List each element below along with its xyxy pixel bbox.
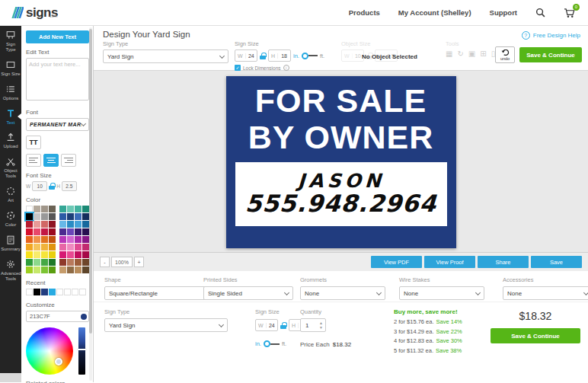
order-width-input[interactable]: W24 bbox=[255, 319, 278, 331]
sign-contact-box[interactable]: JASON 555.948.2964 bbox=[235, 162, 447, 226]
color-swatch[interactable] bbox=[34, 244, 40, 251]
color-swatch[interactable] bbox=[49, 236, 56, 243]
color-swatch[interactable] bbox=[41, 236, 48, 243]
recent-color-swatch[interactable] bbox=[56, 289, 63, 295]
color-swatch[interactable] bbox=[26, 228, 33, 235]
color-swatch[interactable] bbox=[49, 213, 56, 220]
color-swatch[interactable] bbox=[82, 236, 89, 243]
sign-phone-text[interactable]: 555.948.2964 bbox=[244, 190, 437, 218]
order-sign-type-select[interactable]: Yard Sign bbox=[104, 318, 228, 332]
color-swatch[interactable] bbox=[82, 251, 89, 258]
search-button[interactable] bbox=[535, 8, 545, 18]
color-swatch[interactable] bbox=[26, 206, 33, 212]
color-swatch[interactable] bbox=[49, 244, 56, 251]
color-swatch[interactable] bbox=[67, 228, 74, 235]
recent-color-swatch[interactable] bbox=[34, 289, 40, 295]
color-swatch[interactable] bbox=[82, 259, 89, 266]
sidebar-item-sign-type[interactable]: Sign Type bbox=[0, 26, 21, 56]
color-swatch[interactable] bbox=[59, 267, 66, 273]
option-select[interactable]: None bbox=[503, 286, 588, 300]
color-swatch[interactable] bbox=[67, 244, 74, 251]
color-swatch[interactable] bbox=[26, 221, 33, 228]
color-swatch[interactable] bbox=[41, 259, 48, 266]
color-swatch[interactable] bbox=[59, 213, 66, 220]
lightness-slider-handle[interactable] bbox=[78, 349, 86, 350]
color-swatch[interactable] bbox=[34, 213, 40, 220]
color-swatch[interactable] bbox=[82, 213, 89, 220]
align-right-button[interactable] bbox=[61, 154, 76, 167]
lock-dimensions-checkbox[interactable]: ✓ bbox=[235, 65, 241, 71]
color-swatch[interactable] bbox=[75, 244, 81, 251]
color-swatch[interactable] bbox=[49, 206, 56, 212]
color-swatch[interactable] bbox=[41, 267, 48, 273]
sidebar-item-advanced-tools[interactable]: Advanced Tools bbox=[0, 255, 21, 285]
color-swatch[interactable] bbox=[59, 221, 66, 228]
zoom-out-button[interactable]: - bbox=[100, 257, 110, 267]
recent-color-swatch[interactable] bbox=[64, 289, 71, 295]
recent-color-swatch[interactable] bbox=[26, 289, 33, 295]
save-continue-button-bottom[interactable]: Save & Continue bbox=[491, 328, 580, 343]
color-swatch[interactable] bbox=[67, 259, 74, 266]
color-swatch[interactable] bbox=[75, 228, 81, 235]
view-proof-button[interactable]: View Proof bbox=[424, 256, 475, 268]
color-swatch[interactable] bbox=[49, 267, 56, 273]
color-swatch[interactable] bbox=[82, 221, 89, 228]
signs-logo[interactable]: signscom bbox=[11, 6, 58, 19]
color-swatch[interactable] bbox=[67, 236, 74, 243]
sidebar-item-color[interactable]: Color bbox=[0, 206, 21, 231]
text-case-button[interactable]: TT bbox=[26, 136, 41, 149]
sign-name-text[interactable]: JASON bbox=[297, 171, 385, 190]
font-size-w-input[interactable]: 10 bbox=[32, 181, 47, 191]
sidebar-item-art[interactable]: Art bbox=[0, 182, 21, 206]
color-swatch[interactable] bbox=[67, 221, 74, 228]
color-swatch[interactable] bbox=[34, 236, 40, 243]
option-select[interactable]: None bbox=[300, 286, 385, 300]
color-swatch[interactable] bbox=[75, 251, 81, 258]
color-swatch[interactable] bbox=[67, 251, 74, 258]
color-swatch[interactable] bbox=[59, 251, 66, 258]
color-swatch[interactable] bbox=[41, 213, 48, 220]
nav-item-products[interactable]: Products bbox=[349, 8, 380, 17]
save-button[interactable]: Save bbox=[531, 256, 582, 268]
color-swatch[interactable] bbox=[26, 251, 33, 258]
add-new-text-button[interactable]: Add New Text bbox=[26, 30, 89, 43]
nav-item-my-account-shelley-[interactable]: My Account (Shelley) bbox=[398, 8, 471, 17]
color-swatch[interactable] bbox=[41, 244, 48, 251]
color-swatch[interactable] bbox=[34, 259, 40, 266]
option-select[interactable]: Single Sided bbox=[203, 286, 293, 300]
color-swatch[interactable] bbox=[82, 228, 89, 235]
color-swatch[interactable] bbox=[59, 236, 66, 243]
lightness-slider[interactable] bbox=[78, 327, 85, 375]
color-swatch[interactable] bbox=[75, 221, 81, 228]
color-swatch[interactable] bbox=[67, 213, 74, 220]
sidebar-item-options[interactable]: Options bbox=[0, 80, 21, 104]
color-swatch[interactable] bbox=[59, 244, 66, 251]
color-swatch[interactable] bbox=[75, 206, 81, 212]
color-swatch[interactable] bbox=[34, 267, 40, 273]
color-wheel-handle[interactable] bbox=[55, 358, 62, 365]
view-pdf-button[interactable]: View PDF bbox=[371, 256, 422, 268]
color-swatch[interactable] bbox=[75, 236, 81, 243]
color-swatch[interactable] bbox=[26, 213, 33, 220]
design-canvas[interactable]: FOR SALE BY OWNER JASON 555.948.2964 bbox=[94, 70, 588, 253]
sign-type-select[interactable]: Yard Sign bbox=[103, 49, 228, 63]
color-swatch[interactable] bbox=[26, 259, 33, 266]
lock-icon[interactable] bbox=[49, 183, 55, 190]
sign-headline-line2[interactable]: BY OWNER bbox=[226, 119, 456, 155]
font-select[interactable]: Permanent Marker bbox=[26, 118, 89, 131]
width-input[interactable]: W24 bbox=[235, 49, 257, 62]
recent-color-swatch[interactable] bbox=[72, 289, 78, 295]
recent-color-swatch[interactable] bbox=[49, 289, 56, 295]
option-select[interactable]: None bbox=[399, 286, 484, 300]
sidebar-item-text[interactable]: Text bbox=[0, 104, 21, 129]
quantity-input[interactable]: 1 ▲▼ bbox=[300, 318, 326, 332]
color-swatch[interactable] bbox=[82, 244, 89, 251]
zoom-in-button[interactable]: + bbox=[134, 257, 144, 267]
color-swatch[interactable] bbox=[41, 251, 48, 258]
color-swatch[interactable] bbox=[34, 206, 40, 212]
color-swatch[interactable] bbox=[34, 228, 40, 235]
yard-sign-preview[interactable]: FOR SALE BY OWNER JASON 555.948.2964 bbox=[226, 76, 456, 248]
unit-toggle[interactable] bbox=[302, 53, 318, 59]
color-swatch[interactable] bbox=[41, 228, 48, 235]
color-swatch[interactable] bbox=[75, 213, 81, 220]
